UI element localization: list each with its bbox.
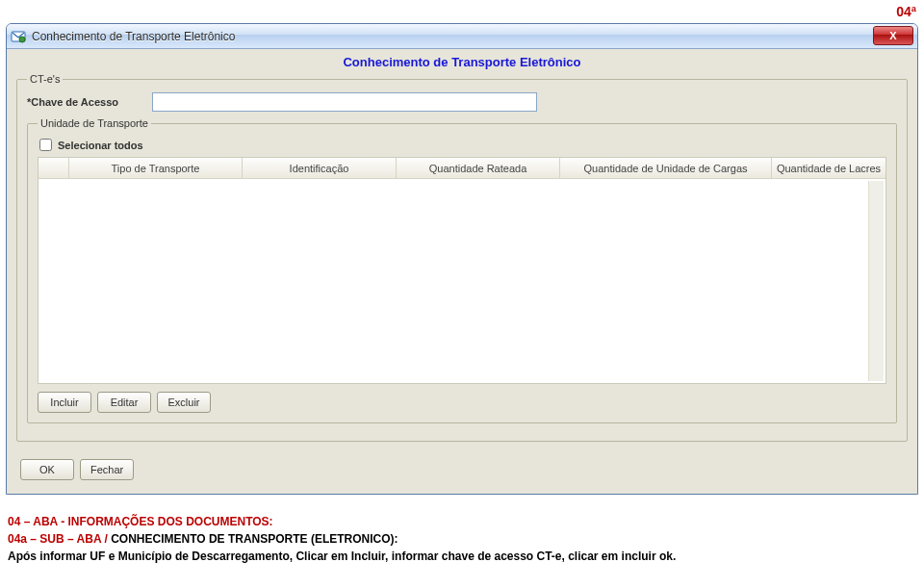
titlebar: Conhecimento de Transporte Eletrônico X [7,24,917,49]
close-button[interactable]: X [873,26,913,45]
grid-unidade-transporte[interactable]: Tipo de Transporte Identificação Quantid… [38,157,886,384]
editar-button[interactable]: Editar [97,392,151,413]
legend-ctes: CT-e's [27,73,63,85]
incluir-button[interactable]: Incluir [38,392,91,413]
window-title: Conhecimento de Transporte Eletrônico [32,30,235,43]
col-quantidade-rateada[interactable]: Quantidade Rateada [397,158,560,178]
label-chave-acesso: *Chave de Acesso [27,96,152,108]
app-icon [11,29,26,44]
page-marker: 04ª [896,4,916,19]
dialog-bottom-buttons: OK Fechar [16,459,908,484]
dialog-window: Conhecimento de Transporte Eletrônico X … [6,23,918,495]
input-chave-acesso[interactable] [152,92,537,112]
excluir-button[interactable]: Excluir [157,392,211,413]
col-tipo-transporte[interactable]: Tipo de Transporte [69,158,243,178]
col-quantidade-unidade-cargas[interactable]: Quantidade de Unidade de Cargas [560,158,772,178]
note-heading-2b: CONHECIMENTO DE TRANSPORTE (ELETRONICO): [111,532,398,546]
note-heading-1: 04 – ABA - INFORMAÇÕES DOS DOCUMENTOS: [8,515,273,528]
scrollbar-vertical[interactable] [868,181,884,381]
note-heading-2a: 04a – SUB – ABA / [8,532,111,546]
window-body: Conhecimento de Transporte Eletrônico CT… [7,49,917,494]
col-checkbox[interactable] [38,158,69,178]
fieldset-unidade: Unidade de Transporte Selecionar todos T… [27,117,897,423]
close-icon: X [889,30,896,41]
label-selecionar-todos: Selecionar todos [58,140,143,151]
row-selecionar-todos: Selecionar todos [39,139,886,151]
grid-header: Tipo de Transporte Identificação Quantid… [38,158,886,179]
col-identificacao[interactable]: Identificação [243,158,397,178]
col-quantidade-lacres[interactable]: Quantidade de Lacres [772,158,886,178]
inner-title: Conhecimento de Transporte Eletrônico [16,55,908,69]
legend-unidade: Unidade de Transporte [38,117,151,129]
fieldset-button-row: Incluir Editar Excluir [38,392,886,413]
svg-point-1 [19,37,25,42]
document-notes: 04 – ABA - INFORMAÇÕES DOS DOCUMENTOS: 0… [8,515,916,567]
row-chave: *Chave de Acesso [27,92,897,112]
fechar-button[interactable]: Fechar [80,459,134,480]
ok-button[interactable]: OK [20,459,74,480]
note-body: Após informar UF e Município de Descarre… [8,550,676,563]
fieldset-ctes: CT-e's *Chave de Acesso Unidade de Trans… [16,73,908,442]
checkbox-selecionar-todos[interactable] [39,139,52,151]
